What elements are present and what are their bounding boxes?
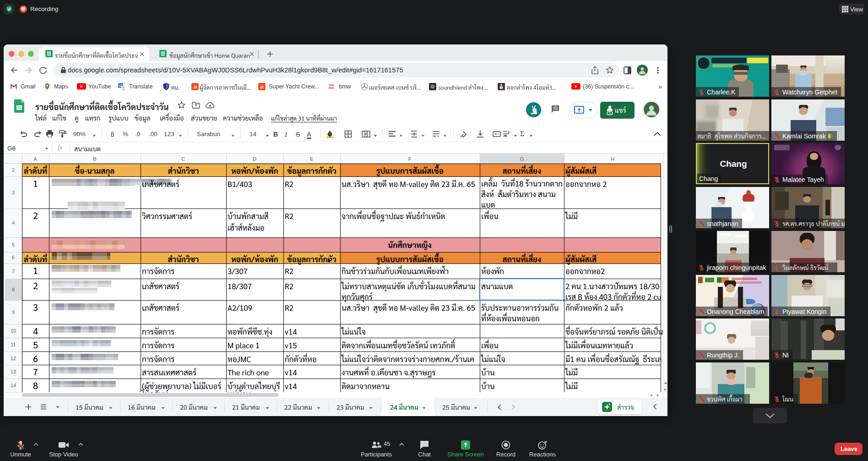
svg-text:DKK: DKK (329, 87, 334, 89)
svg-text:Jt: Jt (260, 85, 264, 89)
svg-text:Jt: Jt (193, 85, 197, 89)
